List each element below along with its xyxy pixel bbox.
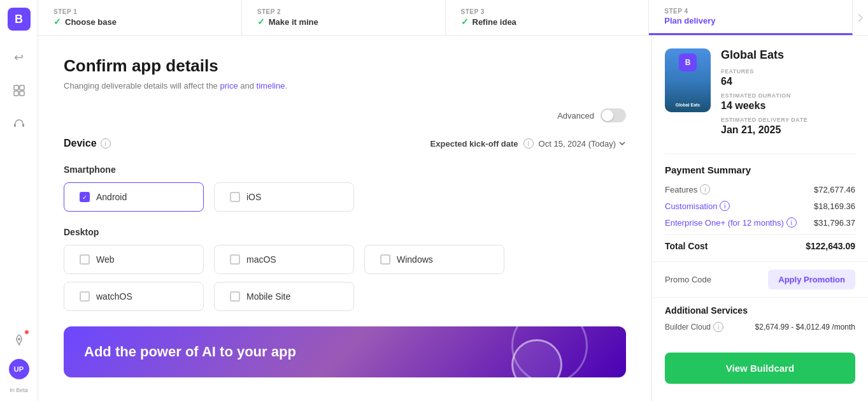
- watchos-card[interactable]: watchOS: [64, 282, 204, 311]
- ios-card[interactable]: iOS: [214, 182, 354, 212]
- total-value: $122,643.09: [806, 241, 855, 251]
- step-4-label: STEP 4: [664, 8, 837, 15]
- toggle-knob: [602, 110, 613, 121]
- app-details: Global Eats FEATURES 64 ESTIMATED DURATI…: [721, 48, 855, 141]
- watchos-checkbox: [80, 291, 90, 302]
- step-3-check: ✓: [461, 17, 469, 27]
- delivery-value: Jan 21, 2025: [721, 124, 855, 136]
- enterprise-payment-value: $31,796.37: [814, 218, 855, 228]
- step-1-label: STEP 1: [53, 8, 226, 15]
- sidebar-bottom: UP In Beta: [8, 328, 31, 393]
- other-grid: watchOS Mobile Site: [64, 282, 626, 311]
- payment-summary: Payment Summary Features i $72,677.46 Cu…: [652, 154, 868, 261]
- features-label: FEATURES: [721, 68, 855, 75]
- app-name: Global Eats: [721, 48, 855, 62]
- app-info: B Global Eats Global Eats FEATURES 64 ES…: [652, 36, 868, 154]
- smartphone-subsection: Smartphone ✓ Android iOS: [64, 164, 626, 212]
- builder-cloud-row: Builder Cloud i $2,674.99 - $4,012.49 /m…: [665, 322, 855, 332]
- app-thumbnail-logo: B: [679, 54, 697, 71]
- grid-icon[interactable]: [8, 79, 31, 102]
- device-section-title: Device: [64, 138, 97, 149]
- svg-rect-1: [20, 85, 24, 90]
- promo-label: Promo Code: [665, 275, 711, 284]
- delivery-label: ESTIMATED DELIVERY DATE: [721, 117, 855, 123]
- headset-icon[interactable]: [8, 112, 31, 135]
- builder-cloud-label: Builder Cloud i: [665, 322, 723, 332]
- additional-services-title: Additional Services: [665, 305, 855, 316]
- customisation-payment-label: Customisation i: [665, 201, 730, 211]
- beta-badge: In Beta: [10, 387, 28, 393]
- page-subtitle: Changing deliverable details will affect…: [64, 81, 626, 91]
- content-area: Confirm app details Changing deliverable…: [38, 36, 868, 401]
- stepper-chevron: [853, 13, 868, 22]
- step-3-title: ✓ Refine idea: [461, 17, 634, 27]
- main-wrapper: STEP 1 ✓ Choose base STEP 2 ✓ Make it mi…: [38, 0, 868, 401]
- macos-card[interactable]: macOS: [214, 245, 354, 274]
- desktop-title: Desktop: [64, 227, 626, 237]
- device-section-header: Device i Expected kick-off date i Oct 15…: [64, 138, 626, 154]
- svg-point-6: [18, 338, 20, 340]
- ios-label: iOS: [246, 192, 261, 202]
- features-value: 64: [721, 76, 855, 87]
- duration-label: ESTIMATED DURATION: [721, 92, 855, 99]
- desktop-subsection: Desktop Web macOS Windows: [64, 227, 626, 311]
- step-3-label: STEP 3: [461, 8, 634, 15]
- advanced-row: Advanced: [64, 108, 626, 122]
- ai-banner[interactable]: Add the power of AI to your app: [64, 326, 626, 377]
- avatar[interactable]: UP: [9, 359, 29, 379]
- step-2-label: STEP 2: [257, 8, 430, 15]
- android-checkbox: ✓: [80, 192, 90, 202]
- enterprise-payment-label: Enterprise One+ (for 12 months) i: [665, 217, 797, 228]
- step-4[interactable]: STEP 4 Plan delivery: [649, 0, 853, 35]
- step-2[interactable]: STEP 2 ✓ Make it mine: [242, 0, 446, 35]
- kickoff-date[interactable]: Oct 15, 2024 (Today): [539, 139, 626, 149]
- payment-row-features: Features i $72,677.46: [665, 184, 855, 194]
- web-checkbox: [80, 254, 90, 265]
- step-3[interactable]: STEP 3 ✓ Refine idea: [446, 0, 650, 35]
- windows-card[interactable]: Windows: [364, 245, 504, 274]
- app-thumbnail-text: Global Eats: [676, 103, 701, 107]
- mobilesite-card[interactable]: Mobile Site: [214, 282, 354, 311]
- app-thumbnail: B Global Eats: [665, 48, 711, 112]
- features-info-icon[interactable]: i: [700, 184, 710, 194]
- ios-checkbox: [230, 192, 240, 202]
- watchos-label: watchOS: [96, 291, 132, 302]
- ai-banner-text: Add the power of AI to your app: [84, 344, 296, 360]
- features-payment-value: $72,677.46: [814, 185, 855, 194]
- step-1[interactable]: STEP 1 ✓ Choose base: [38, 0, 242, 35]
- step-4-title: Plan delivery: [664, 16, 837, 26]
- advanced-toggle[interactable]: [601, 108, 626, 122]
- mobilesite-label: Mobile Site: [246, 291, 290, 302]
- kickoff-label: Expected kick-off date: [430, 139, 518, 149]
- view-buildcard-button[interactable]: View Buildcard: [665, 353, 855, 384]
- builder-cloud-info-icon[interactable]: i: [713, 322, 723, 332]
- stepper: STEP 1 ✓ Choose base STEP 2 ✓ Make it mi…: [38, 0, 868, 36]
- svg-rect-0: [14, 85, 18, 90]
- apply-promotion-button[interactable]: Apply Promotion: [768, 270, 855, 289]
- step-2-check: ✓: [257, 17, 265, 27]
- undo-icon[interactable]: ↩: [8, 46, 31, 69]
- web-card[interactable]: Web: [64, 245, 204, 274]
- main-content: Confirm app details Changing deliverable…: [38, 36, 651, 401]
- device-info-icon[interactable]: i: [101, 138, 111, 149]
- web-label: Web: [96, 254, 115, 265]
- features-payment-label: Features i: [665, 184, 710, 194]
- logo-icon[interactable]: B: [8, 8, 31, 31]
- smartphone-grid: ✓ Android iOS: [64, 182, 626, 212]
- duration-value: 14 weeks: [721, 100, 855, 112]
- additional-services: Additional Services Builder Cloud i $2,6…: [652, 297, 868, 345]
- notification-dot: [24, 330, 29, 335]
- customisation-info-icon[interactable]: i: [720, 201, 730, 211]
- windows-checkbox: [380, 254, 390, 265]
- macos-checkbox: [230, 254, 240, 265]
- windows-label: Windows: [397, 254, 433, 265]
- enterprise-info-icon[interactable]: i: [786, 217, 797, 228]
- macos-label: macOS: [246, 254, 276, 265]
- rocket-icon-wrapper[interactable]: [8, 328, 31, 351]
- mobilesite-checkbox: [230, 291, 240, 302]
- android-card[interactable]: ✓ Android: [64, 182, 204, 212]
- android-label: Android: [96, 192, 127, 202]
- desktop-grid: Web macOS Windows: [64, 245, 626, 274]
- step-2-title: ✓ Make it mine: [257, 17, 430, 27]
- kickoff-info-icon[interactable]: i: [523, 138, 534, 149]
